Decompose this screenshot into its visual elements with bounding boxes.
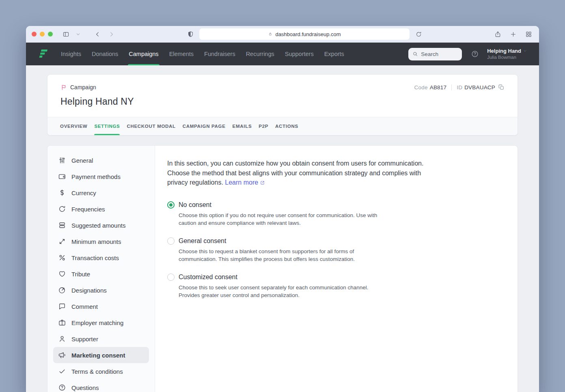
campaign-type: Campaign <box>60 84 96 90</box>
sidebar-item-label: Terms & conditions <box>71 368 123 375</box>
radio-button[interactable] <box>167 274 175 281</box>
page-title: Helping Hand NY <box>60 96 505 107</box>
sidebar-item-label: Designations <box>71 287 107 294</box>
minimize-window-button[interactable] <box>40 32 45 37</box>
sidebar-item[interactable]: Tribute <box>53 266 149 282</box>
sidebar-item[interactable]: Suggested amounts <box>53 217 149 233</box>
close-window-button[interactable] <box>32 32 37 37</box>
sidebar-item-label: Employer matching <box>71 319 123 326</box>
privacy-shield-icon[interactable] <box>185 29 195 39</box>
learn-more-link[interactable]: Learn more <box>225 179 265 186</box>
briefcase-icon <box>58 319 66 327</box>
share-button[interactable] <box>493 29 502 39</box>
check-icon <box>58 367 66 375</box>
campaign-tab[interactable]: OVERVIEW <box>60 117 87 135</box>
sidebar-item-label: Currency <box>71 190 96 196</box>
sidebar-toggle-icon[interactable] <box>61 29 71 39</box>
reload-button[interactable] <box>414 29 423 39</box>
nav-item[interactable]: Campaigns <box>129 43 158 65</box>
nav-item[interactable]: Insights <box>61 43 81 65</box>
consent-option: No consent Choose this option if you do … <box>167 201 505 227</box>
tab-overview-button[interactable] <box>524 29 533 39</box>
campaign-tab[interactable]: P2P <box>259 117 268 135</box>
consent-options: No consent Choose this option if you do … <box>167 201 505 299</box>
sidebar-item-label: Questions <box>71 384 99 391</box>
sidebar-item[interactable]: Questions <box>53 379 149 392</box>
sliders-icon <box>58 156 66 164</box>
sidebar-item[interactable]: Currency <box>53 185 149 201</box>
arrows-diagonal-icon <box>58 237 66 246</box>
consent-option-row[interactable]: Customized consent <box>167 274 505 281</box>
consent-option-row[interactable]: No consent <box>167 201 505 209</box>
zoom-window-button[interactable] <box>48 32 53 37</box>
address-bar[interactable]: dashboard.fundraiseup.com <box>199 28 410 40</box>
user-name: Julia Bowman <box>487 54 527 60</box>
url-text: dashboard.fundraiseup.com <box>275 31 341 37</box>
sidebar-item-label: General <box>71 157 93 164</box>
sidebar-item[interactable]: Marketing consent <box>53 347 149 363</box>
sidebar-item-label: Minimum amounts <box>71 238 121 245</box>
sidebar-item[interactable]: Comment <box>53 298 149 314</box>
back-button[interactable] <box>93 29 102 39</box>
campaign-tab[interactable]: SETTINGS <box>94 117 120 135</box>
nav-item[interactable]: Elements <box>169 43 194 65</box>
code-label: Code <box>414 84 428 90</box>
sidebar-item[interactable]: Supporter <box>53 331 149 347</box>
sidebar-item[interactable]: Frequencies <box>53 201 149 217</box>
nav-item[interactable]: Supporters <box>285 43 314 65</box>
campaign-tab[interactable]: CAMPAIGN PAGE <box>183 117 226 135</box>
nav-item[interactable]: Donations <box>92 43 118 65</box>
nav-item[interactable]: Fundraisers <box>204 43 235 65</box>
campaign-tab[interactable]: EMAILS <box>233 117 252 135</box>
chevron-down-icon <box>523 49 527 53</box>
fundraiseup-logo-icon[interactable] <box>38 49 49 59</box>
option-label: General consent <box>179 237 226 245</box>
sidebar-item[interactable]: Minimum amounts <box>53 233 149 250</box>
sidebar-item[interactable]: Designations <box>53 282 149 298</box>
search-input[interactable] <box>421 51 453 57</box>
campaign-tab[interactable]: ACTIONS <box>275 117 298 135</box>
code-value: AB817 <box>430 84 447 90</box>
radio-button[interactable] <box>167 237 175 245</box>
campaign-type-label: Campaign <box>70 84 96 90</box>
global-search[interactable] <box>408 48 462 60</box>
meta-divider <box>451 84 452 90</box>
settings-card: General Payment methods Currency Frequen… <box>47 145 518 392</box>
sidebar-item[interactable]: Payment methods <box>53 168 149 185</box>
radio-button[interactable] <box>167 201 175 209</box>
sidebar-item[interactable]: Employer matching <box>53 314 149 331</box>
option-description: Choose this to seek user consent separat… <box>179 284 378 299</box>
forward-button[interactable] <box>106 29 116 39</box>
org-name: Helping Hand <box>487 48 521 54</box>
refresh-icon <box>58 205 66 213</box>
sidebar-item-label: Comment <box>71 303 98 310</box>
sidebar-item-label: Frequencies <box>71 206 105 213</box>
browser-toolbar: dashboard.fundraiseup.com <box>26 26 539 43</box>
dollar-icon <box>58 189 66 197</box>
consent-option: Customized consent Choose this to seek u… <box>167 274 505 299</box>
target-arrow-icon <box>58 286 66 294</box>
speech-bubble-icon <box>58 302 66 310</box>
section-intro: In this section, you can customize how y… <box>167 159 437 187</box>
nav-item[interactable]: Recurrings <box>246 43 274 65</box>
copy-id-button[interactable] <box>498 84 505 90</box>
megaphone-icon <box>58 351 66 359</box>
search-icon <box>412 51 418 57</box>
help-button[interactable] <box>471 50 479 58</box>
nav-item[interactable]: Exports <box>324 43 344 65</box>
traffic-lights <box>32 32 53 37</box>
account-menu[interactable]: Helping Hand Julia Bowman <box>487 48 527 60</box>
sidebar-item[interactable]: General <box>53 152 149 168</box>
tab-group-chevron-icon[interactable] <box>75 29 81 39</box>
new-tab-button[interactable] <box>508 29 518 39</box>
app-navbar: InsightsDonationsCampaignsElementsFundra… <box>26 43 539 65</box>
campaign-tabs: OVERVIEWSETTINGSCHECKOUT MODALCAMPAIGN P… <box>47 117 518 135</box>
sidebar-item[interactable]: Terms & conditions <box>53 363 149 379</box>
heart-icon <box>58 270 66 278</box>
id-value: DVBAUACP <box>464 84 495 90</box>
sidebar-item[interactable]: Transaction costs <box>53 250 149 266</box>
consent-option-row[interactable]: General consent <box>167 237 505 245</box>
campaign-tab[interactable]: CHECKOUT MODAL <box>127 117 175 135</box>
sidebar-item-label: Transaction costs <box>71 254 119 261</box>
sidebar-item-label: Suggested amounts <box>71 222 125 229</box>
